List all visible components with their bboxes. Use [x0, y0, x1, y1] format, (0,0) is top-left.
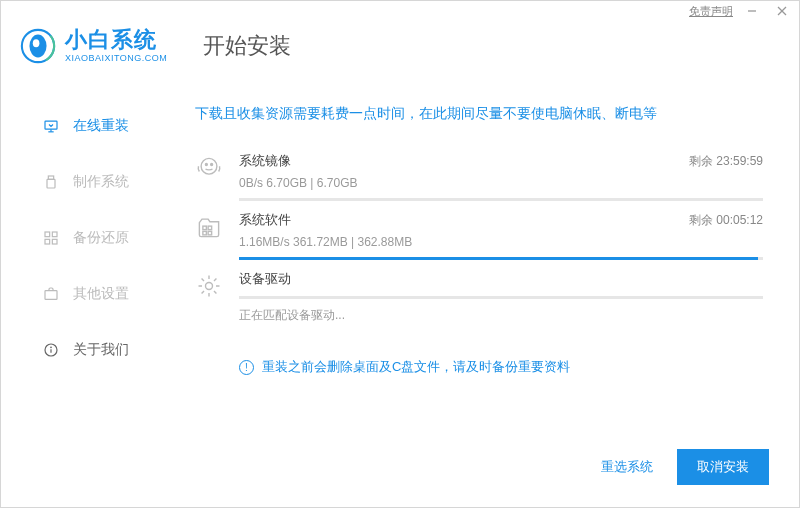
cancel-install-button[interactable]: 取消安装 — [677, 449, 769, 485]
progress-bar — [239, 257, 763, 260]
logo: 小白系统 XIAOBAIXITONG.COM — [19, 27, 167, 65]
minimize-button[interactable] — [741, 2, 763, 20]
reselect-system-button[interactable]: 重选系统 — [591, 450, 663, 484]
sidebar-item-reinstall[interactable]: 在线重装 — [1, 105, 171, 147]
briefcase-icon — [43, 286, 59, 302]
sidebar-item-label: 在线重装 — [73, 117, 129, 135]
warning: ! 重装之前会删除桌面及C盘文件，请及时备份重要资料 — [239, 358, 763, 376]
task-software: 系统软件 剩余 00:05:12 1.16MB/s 361.72MB | 362… — [195, 211, 763, 260]
logo-icon — [19, 27, 57, 65]
header: 小白系统 XIAOBAIXITONG.COM 开始安装 — [1, 21, 799, 75]
footer: 重选系统 取消安装 — [591, 449, 769, 485]
notice-text: 下载且收集资源需要耗费一点时间，在此期间尽量不要使电脑休眠、断电等 — [195, 103, 763, 124]
progress-bar — [239, 296, 763, 299]
svg-point-22 — [211, 164, 213, 166]
svg-point-20 — [201, 158, 217, 174]
warning-icon: ! — [239, 360, 254, 375]
image-task-icon — [195, 154, 223, 182]
svg-rect-23 — [203, 226, 207, 230]
svg-rect-14 — [45, 239, 50, 244]
task-stats: 1.16MB/s 361.72MB | 362.88MB — [239, 235, 763, 249]
sidebar-item-label: 制作系统 — [73, 173, 129, 191]
sidebar: 在线重装 制作系统 备份还原 其他设置 — [1, 75, 171, 503]
brand-name: 小白系统 — [65, 29, 167, 51]
info-icon — [43, 342, 59, 358]
svg-rect-11 — [47, 179, 55, 188]
svg-rect-26 — [208, 231, 212, 235]
svg-rect-13 — [52, 232, 57, 237]
svg-rect-24 — [208, 226, 212, 230]
sidebar-item-label: 备份还原 — [73, 229, 129, 247]
sidebar-item-make-system[interactable]: 制作系统 — [1, 161, 171, 203]
sidebar-item-label: 其他设置 — [73, 285, 129, 303]
main: 下载且收集资源需要耗费一点时间，在此期间尽量不要使电脑休眠、断电等 系统镜像 剩… — [171, 75, 799, 503]
titlebar: 免责声明 — [1, 1, 799, 21]
svg-point-6 — [33, 39, 40, 47]
svg-point-21 — [205, 164, 207, 166]
warning-text: 重装之前会删除桌面及C盘文件，请及时备份重要资料 — [262, 358, 570, 376]
driver-task-icon — [195, 272, 223, 300]
task-remaining: 剩余 23:59:59 — [689, 153, 763, 170]
usb-icon — [43, 174, 59, 190]
task-title: 系统软件 — [239, 211, 291, 229]
page-title: 开始安装 — [203, 31, 291, 61]
task-title: 系统镜像 — [239, 152, 291, 170]
sidebar-item-about[interactable]: 关于我们 — [1, 329, 171, 371]
software-task-icon — [195, 213, 223, 241]
svg-rect-16 — [45, 291, 57, 300]
close-button[interactable] — [771, 2, 793, 20]
sidebar-item-backup[interactable]: 备份还原 — [1, 217, 171, 259]
disclaimer-link[interactable]: 免责声明 — [689, 4, 733, 19]
sidebar-item-settings[interactable]: 其他设置 — [1, 273, 171, 315]
task-image: 系统镜像 剩余 23:59:59 0B/s 6.70GB | 6.70GB — [195, 152, 763, 201]
task-sub: 正在匹配设备驱动... — [239, 307, 763, 324]
monitor-download-icon — [43, 118, 59, 134]
svg-rect-15 — [52, 239, 57, 244]
app-window: 免责声明 小白系统 XIAOBAIXITONG.COM 开始安装 — [0, 0, 800, 508]
brand-sub: XIAOBAIXITONG.COM — [65, 53, 167, 63]
svg-rect-25 — [203, 231, 207, 235]
svg-rect-7 — [45, 121, 57, 129]
svg-point-19 — [51, 347, 52, 348]
progress-bar — [239, 198, 763, 201]
task-drivers: 设备驱动 正在匹配设备驱动... — [195, 270, 763, 324]
body: 在线重装 制作系统 备份还原 其他设置 — [1, 75, 799, 503]
svg-point-27 — [206, 283, 213, 290]
sidebar-item-label: 关于我们 — [73, 341, 129, 359]
task-stats: 0B/s 6.70GB | 6.70GB — [239, 176, 763, 190]
svg-rect-12 — [45, 232, 50, 237]
task-title: 设备驱动 — [239, 270, 291, 288]
grid-icon — [43, 230, 59, 246]
task-remaining: 剩余 00:05:12 — [689, 212, 763, 229]
